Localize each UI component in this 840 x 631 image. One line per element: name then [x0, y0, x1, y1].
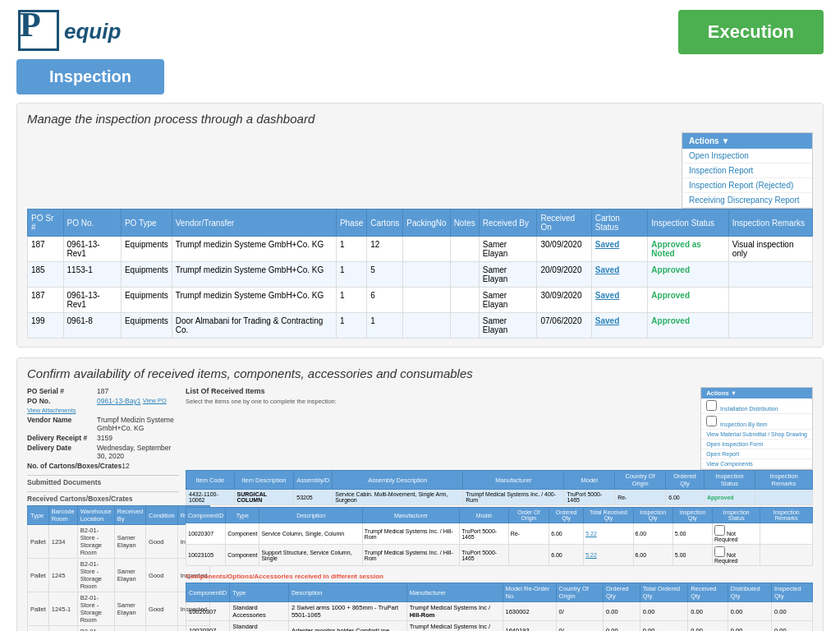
- not-required-checkbox[interactable]: [714, 546, 725, 557]
- cell-insp-status: Approved: [704, 490, 755, 505]
- cell-potype: Equipments: [121, 313, 172, 339]
- cell-carton-status[interactable]: Saved: [591, 262, 648, 288]
- cell-insp-status: Approved as Noted: [648, 237, 728, 262]
- action-inspection-by-item[interactable]: Inspection By Item: [701, 414, 812, 430]
- cell-comp-desc: Support Structure, Service Column, Singl…: [259, 545, 362, 566]
- cell-comp-recv[interactable]: 5.22: [584, 545, 633, 566]
- field-label-no-cartons: No. of Cartons/Boxes/Crates: [27, 462, 122, 470]
- cell-comp-model: TruPort 5000-1465: [460, 545, 508, 566]
- action-open-inspection[interactable]: Open Inspection: [682, 149, 812, 164]
- cell-warehouse: B2-01-Store - Storage Room: [77, 559, 114, 592]
- cell-insp-status: Approved: [648, 262, 728, 288]
- cell-carton-status[interactable]: Saved: [591, 288, 648, 313]
- col-insp-status: Inspection Status: [704, 471, 755, 490]
- cell-cmodel: 1640193: [503, 621, 556, 632]
- cartons-table-head: Type Barcode Room Warehouse Location Rec…: [28, 506, 210, 525]
- view-po-link[interactable]: View PO: [143, 397, 167, 405]
- cell-warehouse: B2-01-Store - Storage Room: [77, 525, 114, 559]
- installation-dist-checkbox[interactable]: [706, 400, 717, 411]
- header: P equip Inspection Execution: [0, 0, 840, 94]
- cell-comp-insp1: 6.00: [633, 523, 672, 545]
- actions-header[interactable]: Actions ▼: [682, 133, 812, 149]
- inspection-badge[interactable]: Inspection: [16, 59, 164, 94]
- table-row: 10023105 Component Support Structure, Se…: [186, 545, 813, 566]
- cell-condition: Good: [146, 525, 178, 559]
- col-cid: ComponentID: [186, 583, 230, 602]
- mini-actions-header[interactable]: Actions ▼: [701, 388, 812, 398]
- cell-cordered: 0.00: [603, 602, 640, 621]
- cell-assembly-desc: Service Cabin. Multi-Movement, Single Ar…: [333, 490, 463, 505]
- cell-cartons: 6: [367, 288, 403, 313]
- cell-packing: [403, 313, 450, 339]
- col-ctype: Type: [230, 583, 289, 602]
- inspection-by-item-checkbox[interactable]: [706, 416, 717, 426]
- field-no-cartons: No. of Cartons/Boxes/Crates 12: [27, 462, 179, 470]
- cell-comp-type: Component: [226, 523, 259, 545]
- action-open-report[interactable]: Open Report: [701, 449, 812, 459]
- cell-cid: 10020307: [186, 621, 230, 632]
- action-view-components[interactable]: View Components: [701, 459, 812, 469]
- cell-carton-status[interactable]: Saved: [591, 313, 648, 339]
- comp-acc-head: ComponentID Type Description Manufacture…: [186, 583, 813, 602]
- cell-warehouse: B2-01-Store - Storage Room: [77, 592, 114, 626]
- field-value-po-no[interactable]: 0961-13-Bay1: [97, 397, 140, 405]
- cell-insp-status: Approved: [648, 288, 728, 313]
- cartons-table: Type Barcode Room Warehouse Location Rec…: [27, 505, 210, 631]
- col-barcode: Barcode Room: [48, 506, 77, 525]
- action-installation-distribution[interactable]: Installation Distribution: [701, 398, 812, 414]
- cell-pono: 0961-8: [63, 313, 121, 339]
- left-panel: PO Serial # 187 PO No. 0961-13-Bay1 View…: [27, 387, 179, 631]
- action-inspection-report[interactable]: Inspection Report: [682, 164, 812, 178]
- cell-cmfr: Trumpf Medical Systems Inc / Hill-Rom: [406, 602, 503, 621]
- cell-phase: 1: [336, 237, 366, 262]
- logo-area: P equip Inspection: [16, 10, 164, 94]
- cell-phase: 1: [336, 288, 366, 313]
- cell-sr: 185: [28, 262, 64, 288]
- cell-sr: 199: [28, 313, 64, 339]
- cell-carton-status[interactable]: Saved: [591, 237, 648, 262]
- cell-comp-total: 5.00: [672, 523, 712, 545]
- cell-comp-recv[interactable]: 5.22: [584, 523, 633, 545]
- cell-barcode: 1234-1: [48, 626, 77, 632]
- col-recv-by: Received By: [114, 506, 145, 525]
- cell-cdesc: Adapter monitor holder ComfortLine: [288, 621, 406, 632]
- cell-condition: Good: [146, 559, 178, 592]
- items-table-body: 4432-1100-10062 SURGICAL COLUMN 53205 Se…: [186, 490, 813, 505]
- action-inspection-report-rejected[interactable]: Inspection Report (Rejected): [682, 178, 812, 193]
- cell-sr: 187: [28, 237, 64, 262]
- cell-pono: 0961-13-Rev1: [63, 288, 121, 313]
- cell-creceived: 0.00: [688, 602, 728, 621]
- action-open-inspection-form[interactable]: Open Inspection Form: [701, 440, 812, 449]
- action-view-material[interactable]: View Material Submittal / Shop Drawing: [701, 430, 812, 440]
- right-panel-top: Actions ▼ Installation Distribution Insp…: [186, 387, 813, 470]
- dashboard-header-row: PO Sr # PO No. PO Type Vendor/Transfer P…: [28, 210, 813, 237]
- cell-phase: 1: [336, 313, 366, 339]
- col-cdesc: Description: [288, 583, 406, 602]
- cell-sr: 187: [28, 288, 64, 313]
- field-label-vendor: Vendor Name: [27, 416, 97, 432]
- cell-ccountry: 0/: [556, 621, 603, 632]
- table-row[interactable]: 4432-1100-10062 SURGICAL COLUMN 53205 Se…: [186, 490, 813, 505]
- col-potype: PO Type: [121, 210, 172, 237]
- cell-comp-status: Not Required: [713, 523, 760, 545]
- cell-comp-id: 10023105: [186, 545, 226, 566]
- execution-badge[interactable]: Execution: [678, 10, 824, 54]
- cell-ctype: Standard Accessories: [230, 621, 289, 632]
- field-label-po-serial: PO Serial #: [27, 387, 97, 395]
- cell-potype: Equipments: [121, 288, 172, 313]
- cell-cdesc: 2 Swivel arms 1000 + 865mm - TruPart 550…: [288, 602, 406, 621]
- field-po-serial: PO Serial # 187: [27, 387, 179, 395]
- cell-cartons: 5: [367, 262, 403, 288]
- cell-pono: 1153-1: [63, 262, 121, 288]
- table-row: 10020307 Component Service Column, Singl…: [186, 523, 813, 545]
- cell-recv-by: Samer Elayan: [114, 525, 145, 559]
- col-inspection-status: Inspection Status: [648, 210, 728, 237]
- cell-warehouse: B2-01-Store - Storage Room: [77, 626, 114, 632]
- cell-type: Pallet: [28, 559, 49, 592]
- cell-notes: [450, 237, 479, 262]
- view-attachments-link[interactable]: View Attachments: [27, 407, 76, 414]
- cell-recv-by: Samer Elayan: [114, 559, 145, 592]
- not-required-checkbox[interactable]: [714, 525, 725, 536]
- action-receiving-discrepancy[interactable]: Receiving Discrepancy Report: [682, 193, 812, 208]
- field-value-delivery-receipt: 3159: [97, 434, 112, 442]
